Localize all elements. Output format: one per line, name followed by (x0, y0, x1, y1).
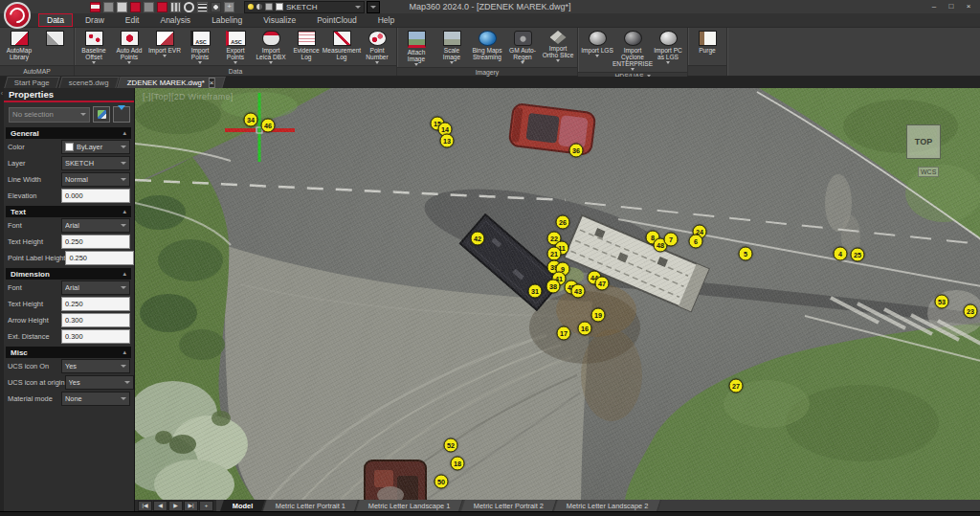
property-dropdown-font[interactable]: Arial (61, 218, 130, 233)
import-leica-dbx-button[interactable]: Import Leica DBX (254, 30, 288, 65)
property-input-ext-distance[interactable]: 0.300 (61, 329, 130, 344)
grid-icon[interactable] (170, 2, 181, 12)
evidence-marker-36[interactable]: 36 (569, 144, 584, 158)
quick-select-button[interactable] (93, 106, 110, 123)
automap-edit-button[interactable] (37, 30, 72, 48)
menu-item-draw[interactable]: Draw (77, 13, 113, 27)
evidence-marker-47[interactable]: 47 (595, 277, 610, 291)
evidence-marker-42[interactable]: 42 (471, 232, 485, 246)
evidence-marker-7[interactable]: 7 (664, 233, 679, 247)
property-input-elevation[interactable]: 0.000 (61, 189, 130, 203)
print-icon[interactable] (130, 2, 141, 12)
layer-freeze-icon[interactable] (256, 4, 262, 10)
property-dropdown-ucs-icon-on[interactable]: Yes (61, 359, 130, 373)
layer-combo[interactable]: SKETCH (244, 1, 365, 13)
property-dropdown-material-mode[interactable]: None (61, 392, 130, 406)
evidence-marker-26[interactable]: 26 (556, 215, 570, 230)
redo-icon[interactable] (117, 2, 127, 12)
evidence-marker-38[interactable]: 38 (546, 280, 561, 294)
layout-tab-model[interactable]: Model (220, 500, 266, 511)
import-ortho-slice-button[interactable]: Import Ortho Slice (541, 30, 575, 63)
evidence-log-button[interactable]: Evidence Log (289, 30, 323, 61)
automap-library-button[interactable]: AutoMap Library (2, 30, 36, 61)
save-icon[interactable] (90, 2, 100, 12)
evidence-marker-13[interactable]: 13 (440, 134, 455, 148)
selection-combo[interactable]: No selection (9, 107, 90, 123)
evidence-marker-52[interactable]: 52 (444, 438, 458, 453)
property-dropdown-layer[interactable]: SKETCH (61, 156, 130, 170)
import-points-button[interactable]: ASCImport Points (183, 30, 217, 65)
drawing-viewport[interactable]: [-][Top][2D Wireframe] TOP WCS 344615141… (135, 88, 980, 500)
property-input-text-height[interactable]: 0.250 (61, 235, 130, 249)
evidence-marker-17[interactable]: 17 (557, 326, 571, 341)
import-pc-as-lgs-button[interactable]: Import PC as LGS (651, 30, 685, 65)
evidence-marker-4[interactable]: 4 (834, 247, 848, 261)
layer-lock-icon[interactable] (265, 3, 273, 11)
layout-tab-metric-letter-portrait-2[interactable]: Metric Letter Portrait 2 (461, 500, 557, 511)
evidence-marker-19[interactable]: 19 (591, 308, 606, 323)
next-layout-button[interactable]: ▶ (168, 501, 183, 511)
export-points-button[interactable]: ASCExport Points (218, 30, 253, 65)
property-dropdown-ucs-icon-at-origin[interactable]: Yes (65, 375, 134, 390)
property-dropdown-line-width[interactable]: Normal (61, 172, 130, 187)
undo-icon[interactable] (103, 2, 114, 12)
import-cyclone-enterprise-button[interactable]: Import Cyclone ENTERPRISE (615, 30, 650, 72)
properties-section-header-dimension[interactable]: Dimension▴ (6, 268, 131, 280)
add-icon[interactable]: + (224, 2, 234, 12)
secondary-combo[interactable] (367, 1, 380, 13)
menu-item-analysis[interactable]: Analysis (151, 13, 199, 27)
property-dropdown-color[interactable]: ByLayer (61, 140, 130, 154)
measurement-log-button[interactable]: Measurement Log (324, 30, 359, 61)
evidence-marker-43[interactable]: 43 (571, 284, 586, 299)
evidence-marker-25[interactable]: 25 (851, 248, 865, 262)
prev-layout-button[interactable]: ◀ (153, 501, 167, 511)
purge-button[interactable]: Purge (690, 30, 724, 55)
properties-section-header-text[interactable]: Text▴ (6, 206, 131, 217)
menu-item-visualize[interactable]: Visualize (255, 13, 304, 27)
evidence-marker-50[interactable]: 50 (434, 475, 449, 489)
auto-add-points-button[interactable]: Auto Add Points (112, 30, 146, 65)
properties-section-header-general[interactable]: General▴ (6, 127, 131, 139)
document-tab-zdenek-marek-dwg-[interactable]: ZDENEK MAREK.dwg*× (118, 77, 226, 88)
minimize-button[interactable]: – (926, 2, 942, 12)
chevron-down-icon[interactable] (355, 6, 361, 9)
evidence-marker-53[interactable]: 53 (935, 295, 949, 309)
gm-auto-regen-button[interactable]: GM Auto-Regen (505, 30, 540, 65)
layout-tab-metric-letter-landscape-2[interactable]: Metric Letter Landscape 2 (554, 500, 661, 511)
layer-on-icon[interactable] (248, 4, 254, 10)
stamp-icon[interactable] (157, 2, 167, 12)
properties-section-header-misc[interactable]: Misc▴ (6, 347, 131, 358)
evidence-marker-46[interactable]: 46 (261, 119, 276, 133)
point-icon[interactable] (211, 2, 221, 12)
close-button[interactable]: × (961, 2, 976, 12)
import-evr-button[interactable]: Import EVR (147, 30, 182, 58)
evidence-marker-21[interactable]: 21 (547, 247, 562, 261)
property-input-arrow-height[interactable]: 0.300 (61, 313, 130, 327)
document-tab-start-page[interactable]: Start Page (4, 77, 59, 88)
tab-close-button[interactable]: × (209, 79, 215, 87)
point-number-button[interactable]: Point Number (360, 30, 394, 65)
leica-map360-logo-icon[interactable] (4, 2, 31, 29)
import-lgs-button[interactable]: Import LGS (580, 30, 614, 58)
menu-item-help[interactable]: Help (369, 13, 403, 27)
list-icon[interactable] (197, 2, 208, 12)
evidence-marker-23[interactable]: 23 (964, 304, 978, 319)
menu-item-edit[interactable]: Edit (117, 13, 148, 27)
evidence-marker-18[interactable]: 18 (451, 457, 465, 471)
first-layout-button[interactable]: |◀ (138, 501, 152, 511)
filter-button[interactable] (113, 106, 130, 123)
maximize-button[interactable]: □ (944, 2, 959, 12)
panel-collapse-handle[interactable]: ‹ (0, 88, 4, 511)
evidence-marker-5[interactable]: 5 (739, 247, 753, 261)
menu-item-data[interactable]: Data (38, 13, 73, 27)
evidence-marker-16[interactable]: 16 (578, 322, 592, 336)
baseline-offset-button[interactable]: Baseline Offset (77, 30, 111, 65)
viewcube[interactable]: TOP (906, 124, 941, 159)
property-input-point-label-height[interactable]: 0.250 (65, 251, 134, 265)
document-tab-scene5-dwg[interactable]: scene5.dwg (58, 77, 119, 88)
attach-image-button[interactable]: Attach Image (399, 30, 434, 67)
menu-item-labeling[interactable]: Labeling (203, 13, 251, 27)
evidence-marker-34[interactable]: 34 (244, 113, 258, 127)
evidence-marker-31[interactable]: 31 (528, 284, 543, 299)
property-input-text-height[interactable]: 0.250 (61, 297, 130, 311)
